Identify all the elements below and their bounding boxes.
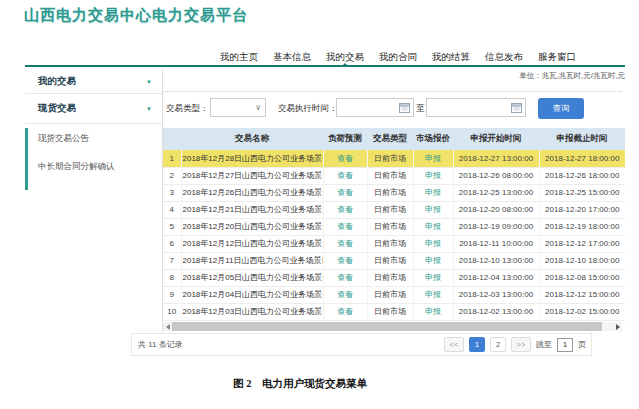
- bid-end-cell: 2018-12-12 15:00:00: [539, 286, 625, 303]
- page-unit-label: 页: [578, 339, 586, 350]
- horizontal-scrollbar[interactable]: [163, 322, 622, 331]
- table-row[interactable]: 9 2018年12月04日山西电力公司业务场景日前交易 查看 日前市场 申报 2…: [163, 286, 625, 303]
- col-trade-type: 交易类型: [367, 128, 413, 150]
- row-index: 6: [163, 235, 181, 252]
- search-button[interactable]: 查询: [538, 98, 584, 119]
- jump-to-label: 跳至: [536, 339, 552, 350]
- trade-type-select[interactable]: ∨: [210, 98, 266, 117]
- bid-link[interactable]: 申报: [425, 239, 441, 248]
- trade-type-cell: 日前市场: [367, 303, 413, 320]
- trade-type-cell: 日前市场: [367, 269, 413, 286]
- bid-end-cell: 2018-12-10 18:00:00: [539, 252, 625, 269]
- record-count: 共 11 条记录: [138, 339, 183, 350]
- view-forecast-link[interactable]: 查看: [337, 273, 353, 282]
- row-index: 10: [163, 303, 181, 320]
- exec-time-to-input[interactable]: [426, 98, 526, 117]
- sidebar-group-my-trades[interactable]: 我的交易 ▼: [25, 70, 162, 94]
- scroll-left-arrow-icon[interactable]: [163, 322, 172, 331]
- scrollbar-thumb[interactable]: [172, 322, 602, 331]
- figure-caption: 图 2 电力用户现货交易菜单: [233, 377, 367, 391]
- table-row[interactable]: 4 2018年12月21日山西电力公司业务场景日前交易 查看 日前市场 申报 2…: [163, 201, 625, 218]
- view-forecast-link[interactable]: 查看: [337, 188, 353, 197]
- nav-item-my-contracts[interactable]: 我的合同: [379, 50, 417, 66]
- bid-link[interactable]: 申报: [425, 273, 441, 282]
- view-forecast-link[interactable]: 查看: [337, 307, 353, 316]
- calendar-icon[interactable]: [511, 102, 522, 113]
- bid-start-cell: 2018-12-11 10:00:00: [453, 235, 539, 252]
- nav-item-my-trades[interactable]: 我的交易: [326, 50, 364, 66]
- next-page-button[interactable]: >>: [511, 337, 531, 352]
- prev-page-button[interactable]: <<: [444, 337, 464, 352]
- row-index: 9: [163, 286, 181, 303]
- bid-link[interactable]: 申报: [425, 205, 441, 214]
- nav-item-service-window[interactable]: 服务窗口: [538, 50, 576, 66]
- bid-start-cell: 2018-12-03 13:00:00: [453, 286, 539, 303]
- exec-time-from-input[interactable]: [336, 98, 414, 117]
- trade-name-cell: 2018年12月27日山西电力公司业务场景日前交易: [181, 167, 323, 184]
- trade-type-cell: 日前市场: [367, 218, 413, 235]
- table-row[interactable]: 6 2018年12月12日山西电力公司业务场景日前交易 查看 日前市场 申报 2…: [163, 235, 625, 252]
- page-button-2[interactable]: 2: [490, 337, 506, 352]
- scroll-right-arrow-icon[interactable]: [613, 322, 622, 331]
- table-row[interactable]: 2 2018年12月27日山西电力公司业务场景日前交易 查看 日前市场 申报 2…: [163, 167, 625, 184]
- bid-start-cell: 2018-12-10 13:00:00: [453, 252, 539, 269]
- view-forecast-link[interactable]: 查看: [337, 290, 353, 299]
- table-row[interactable]: 8 2018年12月05日山西电力公司业务场景日前交易 查看 日前市场 申报 2…: [163, 269, 625, 286]
- bid-link[interactable]: 申报: [425, 307, 441, 316]
- jump-page-input[interactable]: [557, 338, 573, 352]
- sidebar-item-contract-decomposition[interactable]: 中长期合同分解确认: [38, 161, 115, 173]
- trade-name-cell: 2018年12月20日山西电力公司业务场景日前交易: [181, 218, 323, 235]
- nav-item-info-release[interactable]: 信息发布: [485, 50, 523, 66]
- bid-link[interactable]: 申报: [425, 222, 441, 231]
- bid-end-cell: 2018-12-12 17:00:00: [539, 235, 625, 252]
- units-note: 单位：兆瓦,兆瓦时,元/兆瓦时,元: [519, 71, 625, 81]
- bid-end-cell: 2018-12-25 15:00:00: [539, 184, 625, 201]
- view-forecast-link[interactable]: 查看: [337, 239, 353, 248]
- pagination: << 1 2 >> 跳至 页: [444, 337, 586, 352]
- page-button-1[interactable]: 1: [469, 337, 485, 352]
- trade-type-cell: 日前市场: [367, 184, 413, 201]
- bid-link[interactable]: 申报: [425, 188, 441, 197]
- calendar-icon[interactable]: [399, 102, 410, 113]
- view-forecast-link[interactable]: 查看: [337, 154, 353, 163]
- col-bid-start: 申报开始时间: [453, 128, 539, 150]
- row-index: 3: [163, 184, 181, 201]
- bid-link[interactable]: 申报: [425, 290, 441, 299]
- nav-item-home[interactable]: 我的主页: [220, 50, 258, 66]
- row-index: 5: [163, 218, 181, 235]
- table-header-row: 交易名称 负荷预测 交易类型 市场报价 申报开始时间 申报截止时间: [163, 128, 625, 150]
- row-index: 2: [163, 167, 181, 184]
- table-row[interactable]: 1 2018年12月28日山西电力公司业务场景日前交易 查看 日前市场 申报 2…: [163, 150, 625, 167]
- table-row[interactable]: 7 2018年12月11日山西电力公司业务场景日前交易 查看 日前市场 申报 2…: [163, 252, 625, 269]
- trade-type-cell: 日前市场: [367, 150, 413, 167]
- table-row[interactable]: 10 2018年12月03日山西电力公司业务场景日前交易 查看 日前市场 申报 …: [163, 303, 625, 320]
- nav-item-my-settlement[interactable]: 我的结算: [432, 50, 470, 66]
- sidebar-group-label: 现货交易: [38, 102, 76, 115]
- bid-link[interactable]: 申报: [425, 154, 441, 163]
- nav-underline: [25, 65, 625, 67]
- col-load-forecast: 负荷预测: [323, 128, 367, 150]
- view-forecast-link[interactable]: 查看: [337, 222, 353, 231]
- view-forecast-link[interactable]: 查看: [337, 205, 353, 214]
- bid-start-cell: 2018-12-27 13:00:00: [453, 150, 539, 167]
- bid-link[interactable]: 申报: [425, 171, 441, 180]
- chevron-down-icon: ▼: [146, 79, 152, 85]
- view-forecast-link[interactable]: 查看: [337, 171, 353, 180]
- sidebar-item-spot-announcement[interactable]: 现货交易公告: [38, 133, 89, 145]
- trade-type-cell: 日前市场: [367, 201, 413, 218]
- bid-start-cell: 2018-12-02 13:00:00: [453, 303, 539, 320]
- trade-type-cell: 日前市场: [367, 252, 413, 269]
- bid-end-cell: 2018-12-20 17:00:00: [539, 201, 625, 218]
- trade-name-cell: 2018年12月05日山西电力公司业务场景日前交易: [181, 269, 323, 286]
- trades-table: 交易名称 负荷预测 交易类型 市场报价 申报开始时间 申报截止时间 1 2018…: [163, 128, 625, 321]
- row-index: 7: [163, 252, 181, 269]
- sidebar-group-label: 我的交易: [38, 75, 76, 88]
- table-row[interactable]: 3 2018年12月26日山西电力公司业务场景日前交易 查看 日前市场 申报 2…: [163, 184, 625, 201]
- sidebar-group-spot-trading[interactable]: 现货交易 ▼: [25, 94, 162, 124]
- nav-item-basic-info[interactable]: 基本信息: [273, 50, 311, 66]
- table-row[interactable]: 5 2018年12月20日山西电力公司业务场景日前交易 查看 日前市场 申报 2…: [163, 218, 625, 235]
- view-forecast-link[interactable]: 查看: [337, 256, 353, 265]
- bid-link[interactable]: 申报: [425, 256, 441, 265]
- bid-start-cell: 2018-12-19 09:00:00: [453, 218, 539, 235]
- trade-type-label: 交易类型：: [166, 103, 209, 115]
